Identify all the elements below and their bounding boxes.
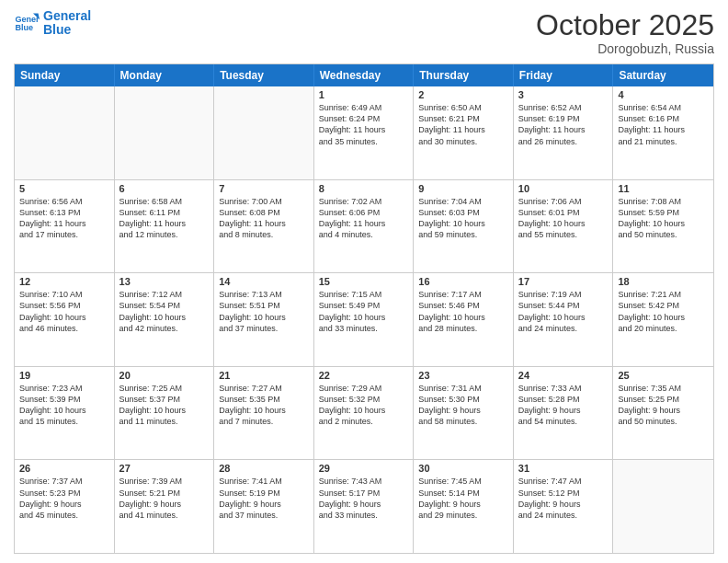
- day-number: 15: [319, 276, 409, 287]
- day-number: 16: [418, 276, 508, 287]
- calendar-cell: 5Sunrise: 6:56 AM Sunset: 6:13 PM Daylig…: [15, 180, 115, 273]
- logo-blue: Blue: [43, 23, 91, 37]
- cell-info: Sunrise: 7:27 AM Sunset: 5:35 PM Dayligh…: [219, 383, 309, 428]
- calendar-cell: 3Sunrise: 6:52 AM Sunset: 6:19 PM Daylig…: [514, 86, 614, 179]
- day-number: 7: [219, 183, 309, 194]
- month-title: October 2025: [536, 9, 714, 41]
- day-number: 18: [618, 276, 709, 287]
- cell-info: Sunrise: 6:52 AM Sunset: 6:19 PM Dayligh…: [518, 102, 609, 147]
- calendar-cell: 7Sunrise: 7:00 AM Sunset: 6:08 PM Daylig…: [214, 180, 314, 273]
- cell-info: Sunrise: 7:21 AM Sunset: 5:42 PM Dayligh…: [618, 289, 709, 334]
- svg-text:Blue: Blue: [15, 24, 33, 33]
- calendar-cell: 6Sunrise: 6:58 AM Sunset: 6:11 PM Daylig…: [115, 180, 215, 273]
- calendar-cell: [15, 86, 115, 179]
- logo: General Blue General Blue: [14, 9, 91, 38]
- calendar-cell: 11Sunrise: 7:08 AM Sunset: 5:59 PM Dayli…: [613, 180, 713, 273]
- cell-info: Sunrise: 7:08 AM Sunset: 5:59 PM Dayligh…: [618, 196, 709, 241]
- calendar-cell: 20Sunrise: 7:25 AM Sunset: 5:37 PM Dayli…: [115, 367, 215, 460]
- calendar-cell: [115, 86, 215, 179]
- calendar-cell: 25Sunrise: 7:35 AM Sunset: 5:25 PM Dayli…: [613, 367, 713, 460]
- cell-info: Sunrise: 7:04 AM Sunset: 6:03 PM Dayligh…: [418, 196, 508, 241]
- calendar-cell: 29Sunrise: 7:43 AM Sunset: 5:17 PM Dayli…: [314, 460, 415, 553]
- calendar-cell: 23Sunrise: 7:31 AM Sunset: 5:30 PM Dayli…: [414, 367, 514, 460]
- cell-info: Sunrise: 6:50 AM Sunset: 6:21 PM Dayligh…: [418, 102, 508, 147]
- day-number: 10: [518, 183, 609, 194]
- cell-info: Sunrise: 7:41 AM Sunset: 5:19 PM Dayligh…: [219, 476, 309, 521]
- day-number: 27: [119, 463, 210, 474]
- cell-info: Sunrise: 6:49 AM Sunset: 6:24 PM Dayligh…: [319, 102, 409, 147]
- page: General Blue General Blue October 2025 D…: [0, 0, 728, 563]
- calendar-cell: 30Sunrise: 7:45 AM Sunset: 5:14 PM Dayli…: [414, 460, 514, 553]
- calendar-cell: 14Sunrise: 7:13 AM Sunset: 5:51 PM Dayli…: [214, 273, 314, 366]
- calendar-cell: 18Sunrise: 7:21 AM Sunset: 5:42 PM Dayli…: [613, 273, 713, 366]
- calendar-cell: [214, 86, 314, 179]
- day-number: 22: [319, 370, 409, 381]
- calendar-cell: 21Sunrise: 7:27 AM Sunset: 5:35 PM Dayli…: [214, 367, 314, 460]
- weekday-header: Monday: [115, 64, 215, 86]
- day-number: 20: [119, 370, 210, 381]
- calendar-cell: 31Sunrise: 7:47 AM Sunset: 5:12 PM Dayli…: [514, 460, 614, 553]
- day-number: 19: [19, 370, 109, 381]
- day-number: 12: [19, 276, 109, 287]
- cell-info: Sunrise: 6:56 AM Sunset: 6:13 PM Dayligh…: [19, 196, 109, 241]
- weekday-header: Thursday: [414, 64, 514, 86]
- cell-info: Sunrise: 7:31 AM Sunset: 5:30 PM Dayligh…: [418, 383, 508, 428]
- day-number: 3: [518, 89, 609, 100]
- cell-info: Sunrise: 6:58 AM Sunset: 6:11 PM Dayligh…: [119, 196, 210, 241]
- calendar-cell: 22Sunrise: 7:29 AM Sunset: 5:32 PM Dayli…: [314, 367, 415, 460]
- weekday-header: Saturday: [613, 64, 713, 86]
- cell-info: Sunrise: 7:12 AM Sunset: 5:54 PM Dayligh…: [119, 289, 210, 334]
- cell-info: Sunrise: 6:54 AM Sunset: 6:16 PM Dayligh…: [618, 102, 709, 147]
- day-number: 4: [618, 89, 709, 100]
- day-number: 28: [219, 463, 309, 474]
- weekday-header: Sunday: [15, 64, 115, 86]
- calendar-cell: 12Sunrise: 7:10 AM Sunset: 5:56 PM Dayli…: [15, 273, 115, 366]
- calendar-cell: 17Sunrise: 7:19 AM Sunset: 5:44 PM Dayli…: [514, 273, 614, 366]
- day-number: 25: [618, 370, 709, 381]
- day-number: 30: [418, 463, 508, 474]
- cell-info: Sunrise: 7:45 AM Sunset: 5:14 PM Dayligh…: [418, 476, 508, 521]
- logo-general: General: [43, 9, 91, 23]
- day-number: 9: [418, 183, 508, 194]
- day-number: 21: [219, 370, 309, 381]
- day-number: 5: [19, 183, 109, 194]
- calendar-cell: 27Sunrise: 7:39 AM Sunset: 5:21 PM Dayli…: [115, 460, 215, 553]
- day-number: 31: [518, 463, 609, 474]
- calendar: SundayMondayTuesdayWednesdayThursdayFrid…: [14, 63, 714, 554]
- calendar-row: 19Sunrise: 7:23 AM Sunset: 5:39 PM Dayli…: [15, 367, 713, 461]
- cell-info: Sunrise: 7:10 AM Sunset: 5:56 PM Dayligh…: [19, 289, 109, 334]
- cell-info: Sunrise: 7:13 AM Sunset: 5:51 PM Dayligh…: [219, 289, 309, 334]
- cell-info: Sunrise: 7:33 AM Sunset: 5:28 PM Dayligh…: [518, 383, 609, 428]
- calendar-cell: 24Sunrise: 7:33 AM Sunset: 5:28 PM Dayli…: [514, 367, 614, 460]
- cell-info: Sunrise: 7:43 AM Sunset: 5:17 PM Dayligh…: [319, 476, 409, 521]
- title-block: October 2025 Dorogobuzh, Russia: [536, 9, 714, 56]
- calendar-cell: [613, 460, 713, 553]
- calendar-cell: 19Sunrise: 7:23 AM Sunset: 5:39 PM Dayli…: [15, 367, 115, 460]
- cell-info: Sunrise: 7:19 AM Sunset: 5:44 PM Dayligh…: [518, 289, 609, 334]
- calendar-cell: 1Sunrise: 6:49 AM Sunset: 6:24 PM Daylig…: [314, 86, 415, 179]
- calendar-cell: 2Sunrise: 6:50 AM Sunset: 6:21 PM Daylig…: [414, 86, 514, 179]
- logo-icon: General Blue: [14, 10, 40, 36]
- cell-info: Sunrise: 7:25 AM Sunset: 5:37 PM Dayligh…: [119, 383, 210, 428]
- weekday-header: Wednesday: [314, 64, 415, 86]
- header: General Blue General Blue October 2025 D…: [14, 9, 714, 56]
- cell-info: Sunrise: 7:02 AM Sunset: 6:06 PM Dayligh…: [319, 196, 409, 241]
- cell-info: Sunrise: 7:15 AM Sunset: 5:49 PM Dayligh…: [319, 289, 409, 334]
- calendar-cell: 16Sunrise: 7:17 AM Sunset: 5:46 PM Dayli…: [414, 273, 514, 366]
- calendar-cell: 10Sunrise: 7:06 AM Sunset: 6:01 PM Dayli…: [514, 180, 614, 273]
- calendar-header: SundayMondayTuesdayWednesdayThursdayFrid…: [15, 64, 713, 86]
- cell-info: Sunrise: 7:23 AM Sunset: 5:39 PM Dayligh…: [19, 383, 109, 428]
- calendar-cell: 26Sunrise: 7:37 AM Sunset: 5:23 PM Dayli…: [15, 460, 115, 553]
- cell-info: Sunrise: 7:35 AM Sunset: 5:25 PM Dayligh…: [618, 383, 709, 428]
- calendar-row: 26Sunrise: 7:37 AM Sunset: 5:23 PM Dayli…: [15, 460, 713, 553]
- day-number: 23: [418, 370, 508, 381]
- calendar-row: 12Sunrise: 7:10 AM Sunset: 5:56 PM Dayli…: [15, 273, 713, 367]
- calendar-cell: 9Sunrise: 7:04 AM Sunset: 6:03 PM Daylig…: [414, 180, 514, 273]
- day-number: 11: [618, 183, 709, 194]
- weekday-header: Tuesday: [214, 64, 314, 86]
- cell-info: Sunrise: 7:47 AM Sunset: 5:12 PM Dayligh…: [518, 476, 609, 521]
- day-number: 6: [119, 183, 210, 194]
- calendar-cell: 15Sunrise: 7:15 AM Sunset: 5:49 PM Dayli…: [314, 273, 415, 366]
- cell-info: Sunrise: 7:39 AM Sunset: 5:21 PM Dayligh…: [119, 476, 210, 521]
- day-number: 26: [19, 463, 109, 474]
